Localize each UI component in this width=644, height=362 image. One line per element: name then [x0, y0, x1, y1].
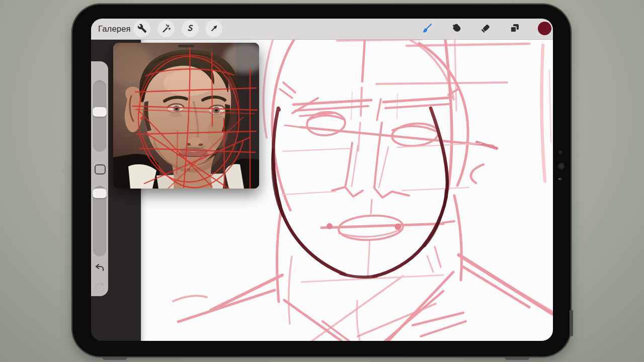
eraser-tool-button[interactable] [479, 22, 492, 34]
paintbrush-icon [421, 22, 433, 34]
layers-button[interactable] [509, 22, 521, 34]
arrow-icon [209, 24, 219, 33]
panel-drag-handle[interactable] [178, 45, 194, 47]
wrench-icon [137, 24, 147, 33]
reference-image-panel[interactable] [113, 43, 259, 189]
camera-glint [558, 178, 559, 179]
magic-wand-icon [162, 24, 171, 33]
top-toolbar: Галерея [91, 19, 553, 40]
smudge-tool-button[interactable] [450, 22, 462, 34]
adjustments-button[interactable] [157, 20, 175, 37]
gallery-button[interactable]: Галерея [98, 19, 131, 39]
modify-button[interactable] [95, 164, 106, 174]
app-screen: .pk,.pkl,.pkd,.dk{fill:none;stroke-linec… [91, 19, 553, 341]
selection-button[interactable] [182, 20, 199, 37]
reference-photo [113, 43, 259, 189]
redo-icon [95, 282, 105, 290]
tablet-device: .pk,.pkl,.pkd,.dk{fill:none;stroke-linec… [72, 5, 571, 356]
undo-button[interactable] [95, 263, 105, 273]
tablet-side-button [570, 310, 573, 336]
brush-sidebar [91, 61, 108, 296]
opacity-handle[interactable] [93, 189, 107, 198]
undo-icon [95, 264, 105, 272]
brush-tool-button[interactable] [421, 22, 433, 34]
active-color-swatch[interactable] [538, 22, 551, 35]
layers-icon [509, 22, 521, 34]
s-curve-icon [186, 24, 195, 33]
eraser-icon [479, 22, 492, 34]
front-camera [558, 163, 565, 169]
actions-button[interactable] [133, 20, 150, 37]
smudge-finger-icon [450, 22, 462, 34]
brush-size-handle[interactable] [93, 107, 107, 117]
camera-sensor-dot [558, 150, 562, 154]
redo-button[interactable] [95, 281, 105, 290]
transform-button[interactable] [205, 20, 222, 37]
